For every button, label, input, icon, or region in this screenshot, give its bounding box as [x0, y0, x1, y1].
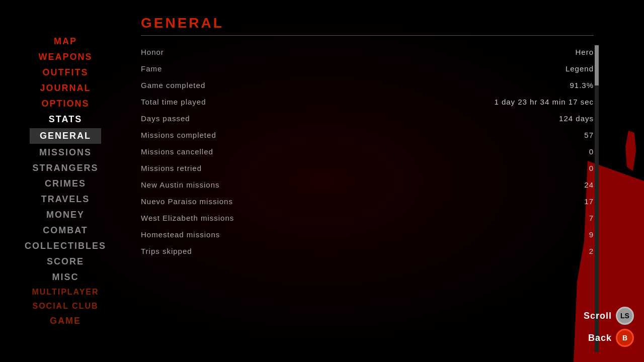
sidebar-item-weapons[interactable]: WEAPONS	[38, 50, 92, 64]
back-label: Back	[588, 333, 612, 343]
sidebar-item-stats[interactable]: STATS	[49, 113, 82, 126]
sidebar-item-general[interactable]: GENERAL	[30, 128, 101, 144]
stat-value: Legend	[566, 64, 594, 73]
stat-row: New Austin missions24	[141, 176, 594, 193]
stat-label: Total time played	[141, 98, 206, 106]
stat-value: Hero	[575, 48, 594, 56]
stat-label: Days passed	[141, 114, 190, 123]
stat-row: Missions retried0	[141, 160, 594, 176]
sidebar-item-score[interactable]: SCORE	[47, 255, 84, 268]
scroll-control: Scroll LS	[584, 307, 634, 325]
main-content: GENERAL HonorHeroFameLegendGame complete…	[141, 15, 594, 352]
stat-value: 2	[589, 247, 594, 255]
ls-icon: LS	[620, 312, 629, 320]
sidebar-item-strangers[interactable]: STRANGERS	[32, 161, 98, 175]
stat-label: West Elizabeth missions	[141, 214, 234, 222]
back-control: Back B	[588, 329, 634, 347]
controls-panel: Scroll LS Back B	[584, 307, 634, 347]
stat-row: Homestead missions9	[141, 226, 594, 243]
stat-label: Fame	[141, 64, 162, 73]
stat-row: Total time played1 day 23 hr 34 min 17 s…	[141, 94, 594, 110]
sidebar-item-money[interactable]: MONEY	[46, 208, 85, 222]
stat-label: Missions cancelled	[141, 147, 213, 156]
stat-row: HonorHero	[141, 44, 594, 60]
sidebar-nav: MAP WEAPONS OUTFITS JOURNAL OPTIONS STAT…	[0, 0, 131, 362]
sidebar-item-multiplayer[interactable]: MULTIPLAYER	[32, 286, 99, 298]
sidebar-item-crimes[interactable]: CRIMES	[45, 177, 86, 191]
stat-value: 24	[584, 180, 594, 189]
stat-row: Game completed91.3%	[141, 77, 594, 94]
stat-label: New Austin missions	[141, 180, 220, 189]
scrollbar-thumb[interactable]	[595, 45, 599, 85]
back-button[interactable]: B	[616, 329, 634, 347]
stat-row: Trips skipped2	[141, 243, 594, 259]
stat-label: Missions retried	[141, 164, 202, 172]
stat-row: West Elizabeth missions7	[141, 210, 594, 226]
sidebar-item-misc[interactable]: MISC	[52, 270, 79, 284]
stat-value: 17	[584, 197, 594, 206]
scroll-label: Scroll	[584, 311, 612, 321]
red-splatter-top	[624, 131, 639, 171]
stat-row: Nuevo Paraiso missions17	[141, 193, 594, 210]
stat-label: Missions completed	[141, 131, 216, 139]
b-icon: B	[622, 334, 627, 342]
stat-row: Days passed124 days	[141, 110, 594, 127]
stat-value: 1 day 23 hr 34 min 17 sec	[494, 98, 594, 106]
scrollbar-track[interactable]	[595, 45, 599, 352]
stat-value: 7	[589, 214, 594, 222]
stat-value: 91.3%	[570, 81, 594, 89]
stat-label: Honor	[141, 48, 164, 56]
sidebar-item-missions[interactable]: MISSIONS	[39, 146, 92, 159]
stat-row: Missions completed57	[141, 127, 594, 143]
stat-label: Homestead missions	[141, 230, 220, 239]
stat-value: 57	[584, 131, 594, 139]
sidebar-item-combat[interactable]: COMBAT	[43, 224, 88, 237]
stat-label: Nuevo Paraiso missions	[141, 197, 233, 206]
stat-row: FameLegend	[141, 60, 594, 77]
sidebar-item-options[interactable]: OPTIONS	[41, 97, 89, 111]
scroll-button[interactable]: LS	[616, 307, 634, 325]
sidebar-item-journal[interactable]: JOURNAL	[40, 81, 91, 95]
sidebar-item-social-club[interactable]: SOCIAL CLUB	[32, 300, 98, 312]
section-title: GENERAL	[141, 15, 594, 31]
stat-value: 124 days	[559, 114, 594, 123]
stat-value: 9	[589, 230, 594, 239]
stat-label: Game completed	[141, 81, 205, 89]
sidebar-item-game[interactable]: GAME	[50, 314, 81, 328]
sidebar-item-outfits[interactable]: OUTFITS	[43, 66, 89, 79]
section-divider	[141, 35, 594, 36]
stat-row: Missions cancelled0	[141, 143, 594, 160]
sidebar-item-map[interactable]: MAP	[54, 35, 77, 48]
stats-list: HonorHeroFameLegendGame completed91.3%To…	[141, 44, 594, 259]
stat-label: Trips skipped	[141, 247, 192, 255]
sidebar-item-travels[interactable]: TRAVELS	[41, 193, 90, 206]
stat-value: 0	[589, 164, 594, 172]
sidebar-item-collectibles[interactable]: COLLECTIBLES	[25, 239, 106, 253]
stat-value: 0	[589, 147, 594, 156]
